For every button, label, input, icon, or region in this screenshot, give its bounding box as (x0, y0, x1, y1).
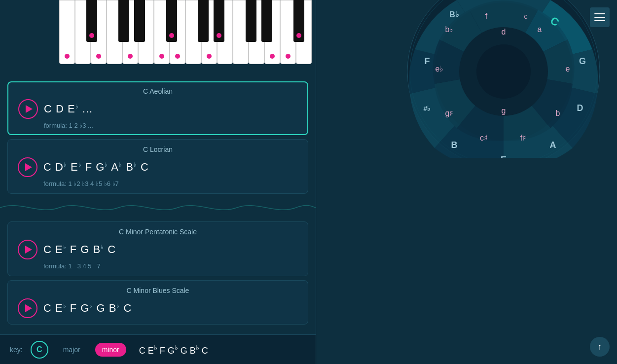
play-icon-aeolian (26, 105, 33, 113)
play-btn-minor-pentatonic[interactable] (18, 240, 37, 259)
cof-label-a-minor[interactable]: a (538, 25, 542, 34)
scale-notes-row-locrian: C D♭ E♭ F G♭ A♭ B♭ C (18, 157, 298, 177)
cof-label-gs-minor[interactable]: g♯ (445, 109, 454, 117)
key-dot-e2 (207, 54, 212, 59)
cof-label-bb[interactable]: B♭ (449, 10, 459, 19)
cof-label-bb-minor[interactable]: b♭ (445, 25, 454, 34)
scroll-up-button[interactable]: ↑ (590, 337, 610, 357)
piano-key-fs[interactable] (118, 0, 129, 42)
key-dot-b (159, 54, 164, 59)
piano-key-fs2[interactable] (246, 0, 256, 42)
cof-label-e[interactable]: E (501, 155, 507, 158)
play-btn-aeolian[interactable] (18, 99, 38, 119)
cof-label-b[interactable]: B (451, 140, 458, 150)
cof-label-e-minor[interactable]: e (566, 65, 570, 73)
right-panel: C G D A E B #♭ F B♭ a e b f♯ c♯ g♯ e♭ b♭ (316, 0, 617, 364)
scale-notes-minor-blues: C E♭ F G♭ G B♭ C (43, 302, 132, 315)
formula-aeolian: formula: 1 2 ♭3 ... (18, 122, 297, 129)
cof-label-a[interactable]: A (550, 140, 556, 150)
scale-notes-row-aeolian: C D E♭ ... (18, 99, 297, 119)
key-dot-b2 (270, 54, 275, 59)
cof-label-cs-minor[interactable]: c♯ (480, 134, 488, 142)
hamburger-line-2 (594, 17, 605, 18)
formula-minor-pentatonic: formula: 1 3 4 5 7 (18, 262, 298, 270)
key-dot-e (96, 54, 101, 59)
key-dot-c (65, 54, 70, 59)
play-icon-locrian (25, 163, 32, 171)
hamburger-line-1 (594, 13, 605, 14)
scale-title-aeolian: C Aeolian (18, 87, 297, 95)
scale-notes-row-minor-pentatonic: C E♭ F G B♭ C (18, 240, 298, 259)
scale-notes-minor-pentatonic: C E♭ F G B♭ C (43, 243, 116, 256)
piano-keyboard-wrapper (59, 0, 316, 72)
play-btn-minor-blues[interactable] (18, 298, 37, 318)
left-panel: C Aeolian C D E♭ ... formula: 1 2 ♭3 ...… (0, 0, 316, 364)
cof-label-fs-minor[interactable]: f♯ (520, 134, 526, 142)
scale-title-locrian: C Locrian (18, 146, 298, 153)
play-btn-locrian[interactable] (18, 157, 37, 177)
cof-label-g-minor[interactable]: g (502, 107, 506, 115)
key-selector-button[interactable]: C (31, 341, 48, 359)
key-dot-c3 (286, 54, 290, 59)
bottom-scale-notes: C E♭ F G♭ G B♭ C (139, 343, 208, 356)
cof-label-d-minor[interactable]: d (502, 28, 506, 36)
play-icon-minor-pentatonic (25, 246, 32, 254)
scale-card-minor-pentatonic: C Minor Pentatonic Scale C E♭ F G B♭ C f… (7, 221, 308, 276)
cof-label-d[interactable]: D (577, 103, 583, 113)
scale-card-aeolian: C Aeolian C D E♭ ... formula: 1 2 ♭3 ... (7, 81, 308, 135)
key-dot-bb (169, 33, 174, 38)
piano-key-bb2[interactable] (293, 0, 304, 42)
scale-title-minor-blues: C Minor Blues Scale (18, 287, 298, 294)
key-label: key: (10, 346, 23, 354)
cof-label-g[interactable]: G (579, 56, 586, 66)
cof-label-f-minor[interactable]: f (485, 12, 488, 20)
key-dot-c2 (175, 54, 180, 59)
wave-svg-1 (0, 198, 316, 218)
piano-key-gs2[interactable] (261, 0, 272, 42)
hamburger-line-3 (594, 20, 605, 21)
circle-of-fifths-svg: C G D A E B #♭ F B♭ a e b f♯ c♯ g♯ e♭ b♭ (400, 0, 607, 158)
scale-notes-aeolian: C D E♭ ... (44, 103, 93, 115)
key-dot-eb (89, 33, 94, 38)
key-dot-g (128, 54, 133, 59)
scale-notes-locrian: C D♭ E♭ F G♭ A♭ B♭ C (43, 161, 149, 174)
cof-label-b-minor[interactable]: b (556, 109, 560, 117)
scale-card-minor-blues: C Minor Blues Scale C E♭ F G♭ G B♭ C (7, 280, 308, 325)
piano-key-bb[interactable] (166, 0, 177, 42)
piano-key-cs2[interactable] (198, 0, 209, 42)
cof-label-fs[interactable]: #♭ (424, 105, 431, 112)
cof-label-c-minor[interactable]: c (524, 12, 528, 20)
piano-key-eb[interactable] (86, 0, 97, 42)
scale-card-locrian: C Locrian C D♭ E♭ F G♭ A♭ B♭ C formula: … (7, 139, 308, 194)
scroll-up-icon: ↑ (598, 342, 602, 352)
panel-divider (316, 0, 316, 364)
scale-title-minor-pentatonic: C Minor Pentatonic Scale (18, 228, 298, 236)
piano-key-eb2[interactable] (214, 0, 224, 42)
mode-major-button[interactable]: major (56, 343, 87, 357)
bottom-bar: key: C major minor C E♭ F G♭ G B♭ C (0, 334, 316, 364)
circle-of-fifths-container: C G D A E B #♭ F B♭ a e b f♯ c♯ g♯ e♭ b♭ (400, 0, 607, 158)
key-dot-bb2 (296, 33, 301, 38)
mode-minor-button[interactable]: minor (95, 343, 126, 357)
key-dot-eb2 (217, 33, 221, 38)
svg-point-4 (476, 44, 531, 99)
piano-key-c[interactable] (59, 0, 75, 64)
scale-notes-row-minor-blues: C E♭ F G♭ G B♭ C (18, 298, 298, 318)
play-icon-minor-blues (25, 304, 32, 312)
wave-divider-1 (0, 198, 316, 218)
formula-locrian: formula: 1 ♭2 ♭3 4 ♭5 ♭6 ♭7 (18, 180, 298, 187)
piano-section (59, 0, 316, 81)
cof-label-eb-minor[interactable]: e♭ (436, 65, 444, 73)
piano-key-gs[interactable] (134, 0, 145, 42)
cof-label-f[interactable]: F (425, 56, 430, 66)
piano-keyboard (59, 0, 316, 72)
hamburger-menu[interactable] (590, 7, 610, 27)
